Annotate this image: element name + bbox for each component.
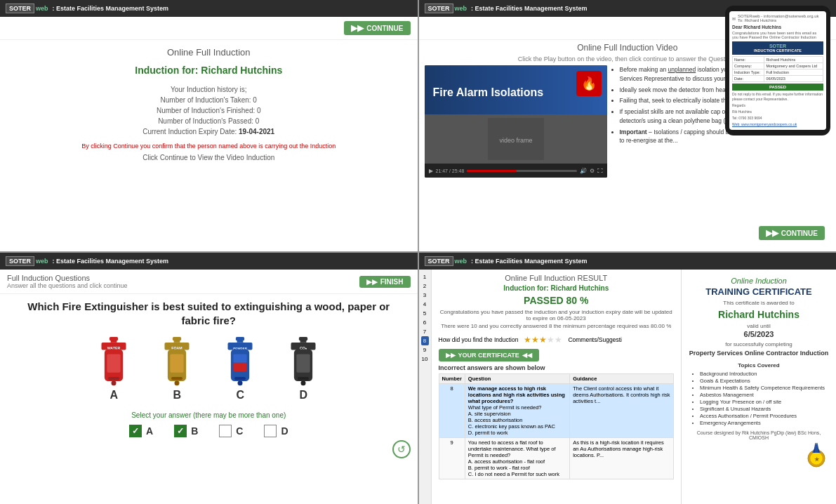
answer-options: ✓ A ✓ B C D xyxy=(0,425,418,437)
topic-2: Goals & Expectations xyxy=(700,378,829,384)
video-controls[interactable]: ▶ 21:47 / 25:48 🔊 ⚙ ⛶ xyxy=(425,164,607,178)
answer-option-a[interactable]: ✓ A xyxy=(129,425,153,437)
finish-arrow-icon: ▶▶ xyxy=(366,278,378,286)
stars-rating[interactable]: ★★★★★ xyxy=(524,335,562,345)
panel-results: SOTER web : Estate Facilities Management… xyxy=(419,253,837,504)
row9-num: 9 xyxy=(439,438,465,479)
sidebar-num-2[interactable]: 2 xyxy=(421,281,429,291)
water-extinguisher-icon: WATER xyxy=(96,337,131,386)
question-area: Which Fire Extinguisher is best suited t… xyxy=(0,300,418,437)
soter-logo-4: SOTER web : Estate Facilities Management… xyxy=(425,256,588,266)
fire-alarm-icon: 🔥 xyxy=(576,71,602,96)
panel2-bottom-continue: ▶▶ CONTINUE xyxy=(759,226,825,240)
row8-question: We manage access to high risk locations … xyxy=(465,384,569,438)
ext-letter-c: C xyxy=(236,389,244,402)
cert-valid-text: valid until xyxy=(689,323,829,329)
video-player[interactable]: Fire Alarm Isolations 🔥 video frame ▶ 21… xyxy=(425,65,607,178)
header-title: : Estate Facilities Management System xyxy=(53,5,169,12)
soter-logo: SOTER web : Estate Facilities Management… xyxy=(6,4,168,13)
panel1-toolbar: ▶▶ CONTINUE xyxy=(0,17,418,40)
checkbox-b[interactable]: ✓ xyxy=(174,425,187,437)
phone-email-header: ✉ SOTERweb - information@soterweb.org.uk… xyxy=(732,14,823,22)
continue-arrow-icon: ▶▶ xyxy=(351,23,364,33)
sidebar-num-3[interactable]: 3 xyxy=(421,291,429,300)
answer-option-b[interactable]: ✓ B xyxy=(174,425,198,437)
svg-point-10 xyxy=(112,380,117,385)
settings-icon[interactable]: ⚙ xyxy=(590,168,595,174)
svg-point-18 xyxy=(175,380,180,385)
soter-box-4: SOTER xyxy=(425,256,453,266)
results-title: Online Full Induction RESULT xyxy=(439,274,675,282)
svg-point-35 xyxy=(301,380,306,385)
phone-web: Web: www.montgomeryandcoopers.co.uk xyxy=(732,122,823,127)
fullscreen-icon[interactable]: ⛶ xyxy=(597,168,603,174)
panel4-header: SOTER web : Estate Facilities Management… xyxy=(419,253,837,270)
svg-rect-26 xyxy=(234,377,246,380)
continue-button-1[interactable]: ▶▶ CONTINUE xyxy=(344,21,410,35)
sidebar-num-10[interactable]: 10 xyxy=(421,354,429,364)
sidebar-numbers: 1 2 3 4 5 6 7 8 9 10 xyxy=(419,270,432,504)
cert-btn-arrow-right: ◀◀ xyxy=(522,352,532,359)
sidebar-num-1[interactable]: 1 xyxy=(421,272,429,281)
svg-rect-24 xyxy=(234,354,247,363)
panel3-bottom-bar: ↺ xyxy=(0,437,418,461)
ext-option-foam[interactable]: FOAM B xyxy=(149,337,205,402)
ext-letter-a: A xyxy=(110,389,118,402)
panel1-confirm-text: By clicking Continue you confirm that th… xyxy=(14,142,404,150)
volume-icon[interactable]: 🔊 xyxy=(580,168,587,174)
finish-button[interactable]: ▶▶ FINISH xyxy=(359,276,411,288)
cert-medal: ★ xyxy=(689,443,829,468)
answer-option-c[interactable]: C xyxy=(219,425,243,437)
ext-option-co2[interactable]: CO₂ D xyxy=(275,337,331,402)
svg-rect-29 xyxy=(300,340,307,343)
svg-rect-41 xyxy=(815,443,818,453)
select-answer-text: Select your answer (there may be more th… xyxy=(0,411,418,419)
sidebar-num-7[interactable]: 7 xyxy=(421,327,429,336)
svg-rect-33 xyxy=(297,354,310,373)
panel1-taken: Number of Induction's Taken: 0 xyxy=(14,96,404,104)
rating-row: How did you find the Induction ★★★★★ Com… xyxy=(439,335,675,345)
nav-circle-button[interactable]: ↺ xyxy=(392,440,411,458)
cert-topics-title: Topics Covered xyxy=(689,362,829,369)
soter-logo-2: SOTER web : Estate Facilities Management… xyxy=(425,4,588,13)
answer-label-d: D xyxy=(281,425,288,437)
panel1-history-label: Your Induction history is; xyxy=(14,86,404,93)
co2-extinguisher-icon: CO₂ xyxy=(286,337,321,386)
sidebar-num-5[interactable]: 5 xyxy=(421,309,429,318)
svg-text:★: ★ xyxy=(814,456,820,463)
topic-4: Asbestos Management xyxy=(700,392,829,398)
question-text: Which Fire Extinguisher is best suited t… xyxy=(14,300,404,327)
panel1-header: SOTER web : Estate Facilities Management… xyxy=(0,0,418,17)
sidebar-num-8[interactable]: 8 xyxy=(421,336,429,345)
topic-7: Access Authorisation / Permit Procedures xyxy=(700,413,829,419)
table-row-8: 8 We manage access to high risk location… xyxy=(439,384,674,438)
ext-option-powder[interactable]: POWDER C xyxy=(212,337,268,402)
your-certificate-button[interactable]: ▶▶ YOUR CERTIFICATE ◀◀ xyxy=(439,349,539,362)
soter-box-2: SOTER xyxy=(425,4,453,13)
checkbox-a[interactable]: ✓ xyxy=(129,425,142,437)
sidebar-num-4[interactable]: 4 xyxy=(421,300,429,309)
cert-course-name: Property Services Online Contractor Indu… xyxy=(689,350,829,357)
sidebar-num-9[interactable]: 9 xyxy=(421,345,429,354)
play-icon[interactable]: ▶ xyxy=(429,168,433,174)
panel1-induction-for: Induction for: Richard Hutchins xyxy=(14,65,404,76)
soter-web-label: web xyxy=(36,5,48,12)
phone-greeting: Dear Richard Hutchins xyxy=(732,25,823,29)
sidebar-num-6[interactable]: 6 xyxy=(421,318,429,327)
checkbox-c[interactable] xyxy=(219,425,232,437)
rating-label: How did you find the Induction xyxy=(439,336,519,343)
soter-web-2: web xyxy=(455,5,467,12)
panel-induction: SOTER web : Estate Facilities Management… xyxy=(0,0,418,251)
cert-name: Richard Hutchins xyxy=(689,309,829,320)
checkbox-d[interactable] xyxy=(264,425,277,437)
video-progress-bar[interactable] xyxy=(467,170,576,172)
ext-option-water[interactable]: WATER A xyxy=(86,337,142,402)
answer-option-d[interactable]: D xyxy=(264,425,288,437)
phone-screen: ✉ SOTERweb - information@soterweb.org.uk… xyxy=(729,11,826,130)
phone-device: ✉ SOTERweb - information@soterweb.org.uk… xyxy=(725,6,830,135)
soter-web-3: web xyxy=(36,258,48,265)
phone-passed-badge: PASSED xyxy=(732,84,823,91)
phone-footer-text: Do not reply to this email. If you requi… xyxy=(732,92,823,102)
cert-training-title: TRAINING CERTIFICATE xyxy=(689,286,829,297)
continue-button-2b[interactable]: ▶▶ CONTINUE xyxy=(759,226,825,240)
